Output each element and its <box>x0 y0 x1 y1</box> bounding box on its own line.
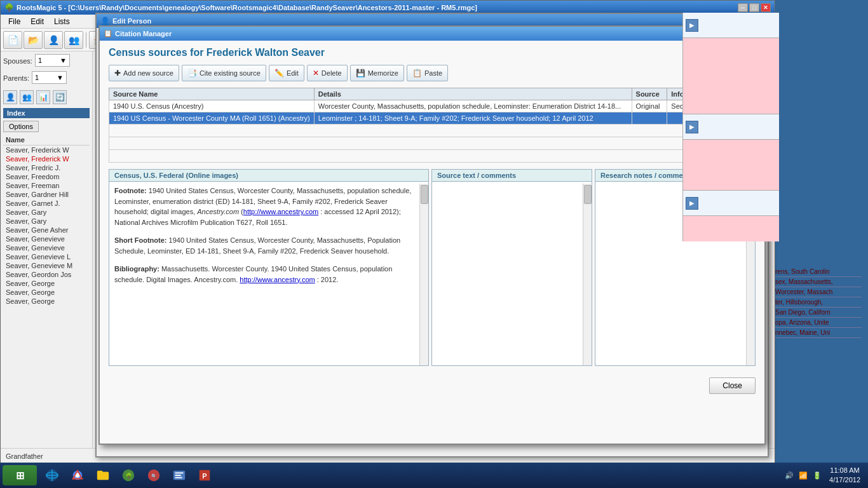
name-item-9[interactable]: Seaver, Gene Asher <box>3 226 90 234</box>
parents-label: Parents: <box>3 74 29 82</box>
svg-rect-13 <box>175 477 182 478</box>
empty-row <box>109 125 756 137</box>
ancestry-link[interactable]: http://www.ancestry.com <box>243 208 318 215</box>
delete-icon: ✕ <box>313 69 319 78</box>
chart-icon[interactable]: 📊 <box>36 90 50 104</box>
start-button[interactable]: ⊞ <box>3 465 37 485</box>
toolbar-btn-4[interactable]: 👥 <box>64 31 83 49</box>
rp-btn-1[interactable]: ▶ <box>686 19 698 32</box>
source-text-scroll-thumb <box>584 185 592 204</box>
refresh-icon[interactable]: 🔄 <box>53 90 67 104</box>
rm-close-btn[interactable]: ✕ <box>761 3 771 12</box>
taskbar-chrome-icon[interactable] <box>66 465 89 485</box>
footnote-scroll-thumb <box>421 185 428 204</box>
rp-pink-1 <box>683 38 779 114</box>
name-item-17[interactable]: Seaver, George <box>3 297 90 306</box>
memorize-label: Memorize <box>368 69 398 77</box>
name-item-4[interactable]: Seaver, Freeman <box>3 181 90 190</box>
row1-details: Leominster ; 14-181; Sheet 9-A; Family #… <box>314 112 632 125</box>
delete-button[interactable]: ✕ Delete <box>307 65 348 81</box>
menu-file[interactable]: File <box>3 16 25 27</box>
cite-existing-source-button[interactable]: 📑 Cite existing source <box>182 65 266 81</box>
table-row[interactable]: 1940 U.S. Census (Ancestry) Worcester Co… <box>109 100 756 112</box>
cm-title-text: Citation Manager <box>115 30 726 37</box>
name-item-5[interactable]: Seaver, Gardner Hill <box>3 190 90 199</box>
bib-link[interactable]: http://www.ancestry.com <box>240 276 315 283</box>
row1-source <box>632 112 667 125</box>
parents-select[interactable]: 1 ▼ <box>32 71 67 84</box>
short-footnote-label: Short Footnote: <box>114 236 166 244</box>
name-item-12[interactable]: Seaver, Genevieve L <box>3 252 90 261</box>
add-new-source-label: Add new source <box>123 69 173 77</box>
rm-maximize-btn[interactable]: □ <box>749 3 759 12</box>
ancestry-italic: Ancestry.com <box>197 208 239 215</box>
name-item-13[interactable]: Seaver, Genevieve M <box>3 261 90 270</box>
name-item-1[interactable]: Seaver, Frederick W <box>3 154 90 163</box>
source-text-panel: Source text / comments <box>431 169 592 366</box>
edit-button[interactable]: ✏️ Edit <box>269 65 304 81</box>
options-button[interactable]: Options <box>3 121 39 132</box>
svg-rect-12 <box>175 475 181 476</box>
toolbar-btn-2[interactable]: 📂 <box>24 31 43 49</box>
rm-title-text: RootsMagic 5 - [C:\Users\Randy\Documents… <box>17 4 736 11</box>
source-text-scrollbar[interactable] <box>583 184 592 365</box>
bg-list-item-5: opa, Arizona, Unite <box>773 318 862 328</box>
row0-source-name: 1940 U.S. Census (Ancestry) <box>109 100 315 112</box>
paste-icon: 📋 <box>412 69 422 78</box>
person-icon-1[interactable]: 👤 <box>3 90 17 104</box>
name-item-11[interactable]: Seaver, Genevieve <box>3 243 90 252</box>
name-item-16[interactable]: Seaver, George <box>3 288 90 297</box>
name-item-0[interactable]: Seaver, Frederick W <box>3 146 90 154</box>
svg-text:🌳: 🌳 <box>125 472 133 480</box>
name-header: Name <box>3 135 90 146</box>
cm-titlebar: 📋 Citation Manager ─ □ ✕ <box>100 27 764 41</box>
footnote-panel-header: Census, U.S. Federal (Online images) <box>109 170 428 182</box>
name-item-3[interactable]: Seaver, Freedom <box>3 172 90 181</box>
name-item-2[interactable]: Seaver, Fredric J. <box>3 163 90 172</box>
menu-lists[interactable]: Lists <box>49 16 75 27</box>
menu-edit[interactable]: Edit <box>25 16 49 27</box>
taskbar-rm-icon[interactable]: 🌳 <box>117 465 140 485</box>
toolbar-btn-3[interactable]: 👤 <box>44 31 63 49</box>
table-row[interactable]: 1940 US Census - Worcester County MA (Ro… <box>109 112 756 125</box>
taskbar-app6-icon[interactable] <box>168 465 191 485</box>
rm-minimize-btn[interactable]: ─ <box>738 3 748 12</box>
taskbar-app5-icon[interactable]: 🔍 <box>142 465 165 485</box>
index-header: Index <box>3 108 90 118</box>
name-item-7[interactable]: Seaver, Gary <box>3 208 90 217</box>
rp-btn-2[interactable]: ▶ <box>686 121 698 133</box>
paste-button[interactable]: 📋 Paste <box>407 65 448 81</box>
taskbar-app7-icon[interactable]: P <box>193 465 216 485</box>
taskbar-folder-icon[interactable] <box>92 465 114 485</box>
empty-row <box>109 150 756 163</box>
person-icon-2[interactable]: 👥 <box>20 90 34 104</box>
tray-icon-3: 🔋 <box>813 471 822 480</box>
bg-list-item-6: nnebec, Maine, Uni <box>773 328 862 338</box>
add-new-source-button[interactable]: ✚ Add new source <box>109 65 179 81</box>
name-item-15[interactable]: Seaver, George <box>3 279 90 288</box>
clock[interactable]: 11:08 AM 4/17/2012 <box>829 466 860 485</box>
name-item-8[interactable]: Seaver, Gary <box>3 217 90 226</box>
footnote-scrollbar[interactable] <box>419 184 428 365</box>
paste-label: Paste <box>424 69 442 77</box>
close-button[interactable]: Close <box>709 377 756 394</box>
memorize-button[interactable]: 💾 Memorize <box>350 65 404 81</box>
toolbar-btn-1[interactable]: 📄 <box>3 31 22 49</box>
spouses-dropdown-icon: ▼ <box>60 57 67 64</box>
spouses-select[interactable]: 1 ▼ <box>35 54 70 67</box>
cite-icon: 📑 <box>187 69 197 78</box>
source-text-content[interactable] <box>432 182 592 365</box>
status-text: Grandfather <box>6 452 43 460</box>
rp-btn-3[interactable]: ▶ <box>686 197 698 210</box>
cm-close-row: Close <box>100 372 764 399</box>
name-item-10[interactable]: Seaver, Genevieve <box>3 234 90 243</box>
taskbar-ie-icon[interactable] <box>41 465 64 485</box>
cm-bottom-panels: Census, U.S. Federal (Online images) Foo… <box>109 169 756 366</box>
citation-manager-window: 📋 Citation Manager ─ □ ✕ Census sources … <box>98 25 766 445</box>
name-item-6[interactable]: Seaver, Garnet J. <box>3 199 90 208</box>
citation-icon: 📋 <box>104 29 112 38</box>
parents-dropdown-icon: ▼ <box>57 74 64 81</box>
delete-label: Delete <box>322 69 342 77</box>
row1-source-name: 1940 US Census - Worcester County MA (Ro… <box>109 112 315 125</box>
name-item-14[interactable]: Seaver, Geordon Jos <box>3 270 90 279</box>
